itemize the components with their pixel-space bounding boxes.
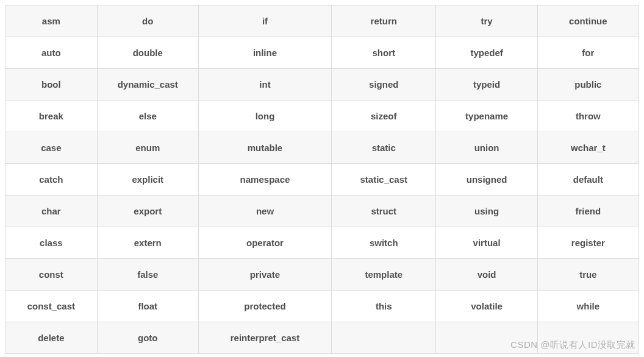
table-row: auto double inline short typedef for: [5, 37, 639, 69]
table-cell: return: [332, 5, 436, 37]
table-cell: float: [97, 291, 198, 322]
table-cell: typename: [436, 101, 537, 132]
table-cell: [537, 322, 639, 354]
table-cell: true: [537, 259, 639, 291]
table-cell: try: [436, 5, 537, 37]
table-row: asm do if return try continue: [5, 5, 639, 37]
table-cell: short: [332, 37, 436, 69]
table-cell: volatile: [436, 291, 537, 322]
table-cell: unsigned: [436, 164, 537, 196]
table-cell: for: [537, 37, 639, 69]
table-row: bool dynamic_cast int signed typeid publ…: [5, 69, 639, 101]
table-cell: static: [332, 132, 436, 164]
table-cell: [332, 322, 436, 354]
table-cell: const_cast: [5, 291, 98, 322]
table-cell: operator: [198, 227, 331, 259]
table-row: char export new struct using friend: [5, 196, 639, 227]
table-cell: mutable: [198, 132, 331, 164]
table-cell: extern: [97, 227, 198, 259]
keywords-table: asm do if return try continue auto doubl…: [5, 5, 639, 354]
table-row: const_cast float protected this volatile…: [5, 291, 639, 322]
table-cell: double: [97, 37, 198, 69]
table-cell: long: [198, 101, 331, 132]
table-cell: reinterpret_cast: [198, 322, 331, 354]
table-cell: typedef: [436, 37, 537, 69]
table-cell: int: [198, 69, 331, 101]
table-cell: [436, 322, 537, 354]
table-cell: namespace: [198, 164, 331, 196]
table-cell: struct: [332, 196, 436, 227]
table-cell: new: [198, 196, 331, 227]
table-cell: else: [97, 101, 198, 132]
table-cell: case: [5, 132, 98, 164]
table-cell: class: [5, 227, 98, 259]
table-cell: auto: [5, 37, 98, 69]
keywords-table-body: asm do if return try continue auto doubl…: [5, 5, 639, 354]
table-cell: goto: [97, 322, 198, 354]
table-cell: public: [537, 69, 639, 101]
table-cell: union: [436, 132, 537, 164]
table-cell: false: [97, 259, 198, 291]
table-cell: virtual: [436, 227, 537, 259]
table-cell: signed: [332, 69, 436, 101]
table-cell: typeid: [436, 69, 537, 101]
table-row: class extern operator switch virtual reg…: [5, 227, 639, 259]
table-cell: wchar_t: [537, 132, 639, 164]
table-cell: catch: [5, 164, 98, 196]
table-cell: continue: [537, 5, 639, 37]
table-cell: do: [97, 5, 198, 37]
table-row: catch explicit namespace static_cast uns…: [5, 164, 639, 196]
table-cell: explicit: [97, 164, 198, 196]
table-cell: export: [97, 196, 198, 227]
table-cell: throw: [537, 101, 639, 132]
table-cell: char: [5, 196, 98, 227]
table-cell: private: [198, 259, 331, 291]
table-row: case enum mutable static union wchar_t: [5, 132, 639, 164]
table-cell: delete: [5, 322, 98, 354]
table-row: delete goto reinterpret_cast: [5, 322, 639, 354]
table-cell: dynamic_cast: [97, 69, 198, 101]
table-cell: sizeof: [332, 101, 436, 132]
table-cell: this: [332, 291, 436, 322]
table-cell: default: [537, 164, 639, 196]
table-cell: break: [5, 101, 98, 132]
table-cell: template: [332, 259, 436, 291]
table-cell: asm: [5, 5, 98, 37]
table-cell: static_cast: [332, 164, 436, 196]
table-cell: protected: [198, 291, 331, 322]
table-cell: register: [537, 227, 639, 259]
table-cell: if: [198, 5, 331, 37]
table-cell: switch: [332, 227, 436, 259]
table-cell: while: [537, 291, 639, 322]
table-cell: using: [436, 196, 537, 227]
table-cell: inline: [198, 37, 331, 69]
table-cell: const: [5, 259, 98, 291]
table-row: const false private template void true: [5, 259, 639, 291]
table-cell: void: [436, 259, 537, 291]
table-cell: friend: [537, 196, 639, 227]
table-cell: enum: [97, 132, 198, 164]
table-cell: bool: [5, 69, 98, 101]
table-row: break else long sizeof typename throw: [5, 101, 639, 132]
